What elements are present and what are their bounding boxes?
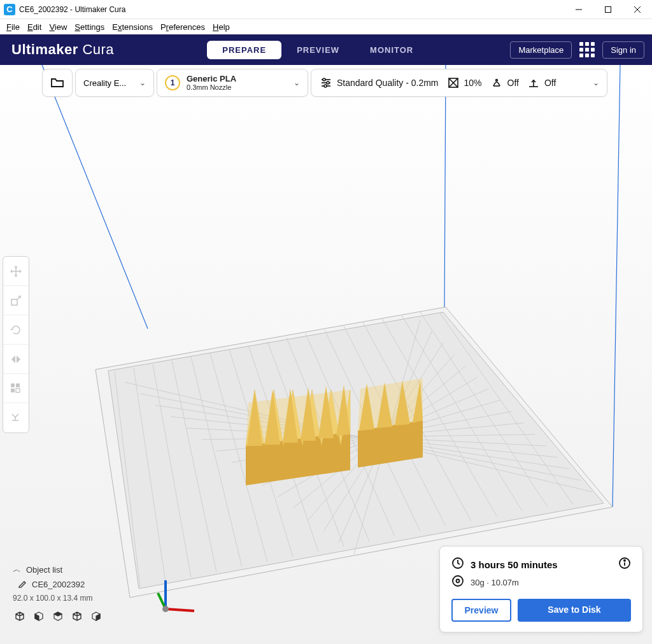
svg-point-77: [327, 82, 329, 84]
maximize-button[interactable]: [593, 0, 623, 18]
window-title-bar: C CE6_2002392 - Ultimaker Cura: [0, 0, 652, 19]
app-icon: C: [4, 4, 15, 15]
svg-rect-61: [11, 389, 15, 392]
printer-name: Creality E...: [83, 78, 126, 88]
axis-gizmo[interactable]: [153, 574, 204, 619]
menu-file[interactable]: File: [3, 22, 24, 32]
adhesion-value: Off: [544, 78, 556, 88]
preview-button[interactable]: Preview: [451, 599, 511, 622]
pencil-icon: [18, 579, 27, 590]
object-dimensions: 92.0 x 100.0 x 13.4 mm: [13, 592, 103, 605]
chevron-up-icon: ︿: [13, 564, 21, 575]
object-list-item[interactable]: CE6_2002392: [13, 577, 103, 592]
close-button[interactable]: [623, 0, 652, 18]
object-list-label: Object list: [26, 565, 62, 575]
svg-rect-1: [606, 6, 611, 12]
apps-menu-icon[interactable]: [579, 42, 595, 57]
tab-preview[interactable]: PREVIEW: [281, 41, 355, 59]
object-list-toggle[interactable]: ︿ Object list: [13, 562, 103, 577]
config-bar: Creality E... ⌄ 1 Generic PLA 0.3mm Nozz…: [42, 69, 610, 97]
quality-label: Standard Quality - 0.2mm: [337, 78, 439, 88]
window-title: CE6_2002392 - Ultimaker Cura: [19, 5, 564, 14]
svg-rect-62: [16, 389, 20, 392]
svg-rect-60: [16, 383, 20, 387]
info-icon[interactable]: [618, 557, 631, 572]
tool-scale[interactable]: [3, 286, 29, 315]
print-settings-selector[interactable]: Standard Quality - 0.2mm 10% Off Off ⌄: [311, 69, 607, 97]
svg-rect-59: [11, 383, 15, 387]
menu-help[interactable]: Help: [209, 22, 234, 32]
sliders-icon: [319, 77, 333, 89]
extruder-number: 1: [165, 75, 180, 90]
open-file-button[interactable]: [42, 69, 73, 97]
infill-icon: [446, 77, 460, 89]
tool-support-blocker[interactable]: [3, 403, 29, 433]
view-top-button[interactable]: [51, 610, 65, 624]
viewport-3d[interactable]: ︿ Object list CE6_2002392 92.0 x 100.0 x…: [0, 65, 652, 644]
object-name: CE6_2002392: [32, 580, 85, 589]
svg-point-70: [624, 560, 625, 561]
view-left-button[interactable]: [70, 610, 84, 624]
material-selector[interactable]: 1 Generic PLA 0.3mm Nozzle ⌄: [157, 69, 308, 97]
clock-icon: [451, 557, 464, 572]
svg-line-5: [613, 65, 620, 507]
nozzle-size: 0.3mm Nozzle: [187, 83, 236, 91]
header-bar: Ultimaker Cura PREPARE PREVIEW MONITOR M…: [0, 34, 652, 65]
save-to-disk-button[interactable]: Save to Disk: [518, 599, 631, 622]
svg-line-64: [166, 609, 194, 611]
transform-toolbox: [3, 256, 29, 433]
menu-extensions[interactable]: Extensions: [108, 22, 157, 32]
signin-button[interactable]: Sign in: [602, 41, 644, 59]
svg-point-66: [162, 606, 169, 612]
tab-prepare[interactable]: PREPARE: [207, 41, 281, 59]
slice-material: 30g · 10.07m: [471, 578, 519, 587]
svg-point-78: [324, 85, 327, 87]
tool-rotate[interactable]: [3, 315, 29, 345]
marketplace-button[interactable]: Marketplace: [510, 41, 572, 59]
object-list: ︿ Object list CE6_2002392 92.0 x 100.0 x…: [13, 562, 103, 624]
svg-line-4: [42, 65, 148, 329]
view-right-button[interactable]: [89, 610, 103, 624]
folder-icon: [50, 77, 64, 89]
view-3d-button[interactable]: [13, 610, 27, 624]
chevron-down-icon: ⌄: [593, 78, 599, 87]
minimize-button[interactable]: [564, 0, 593, 18]
svg-point-83: [495, 80, 497, 82]
menu-edit[interactable]: Edit: [24, 22, 45, 32]
menu-view[interactable]: View: [45, 22, 71, 32]
app-logo: Ultimaker Cura: [0, 41, 125, 58]
support-value: Off: [507, 78, 519, 88]
chevron-down-icon: ⌄: [139, 78, 146, 87]
svg-rect-58: [11, 299, 17, 305]
adhesion-icon: [527, 77, 541, 89]
menu-bar: File Edit View Settings Extensions Prefe…: [0, 19, 652, 34]
svg-point-76: [323, 78, 325, 81]
tool-per-model[interactable]: [3, 374, 29, 403]
support-icon: [490, 77, 504, 89]
tab-monitor[interactable]: MONITOR: [355, 41, 429, 59]
view-front-button[interactable]: [32, 610, 46, 624]
chevron-down-icon: ⌄: [294, 78, 300, 87]
printer-selector[interactable]: Creality E... ⌄: [75, 69, 154, 97]
menu-settings[interactable]: Settings: [71, 22, 108, 32]
tool-move[interactable]: [3, 257, 29, 286]
spool-icon: [451, 575, 464, 590]
svg-point-72: [457, 580, 460, 583]
slice-panel: 3 hours 50 minutes 30g · 10.07m Preview …: [439, 546, 643, 633]
menu-preferences[interactable]: Preferences: [157, 22, 209, 32]
svg-line-6: [444, 65, 446, 307]
infill-value: 10%: [464, 78, 482, 88]
tool-mirror[interactable]: [3, 345, 29, 374]
slice-time: 3 hours 50 minutes: [471, 559, 612, 570]
svg-point-71: [453, 576, 463, 586]
material-name: Generic PLA: [187, 75, 236, 83]
